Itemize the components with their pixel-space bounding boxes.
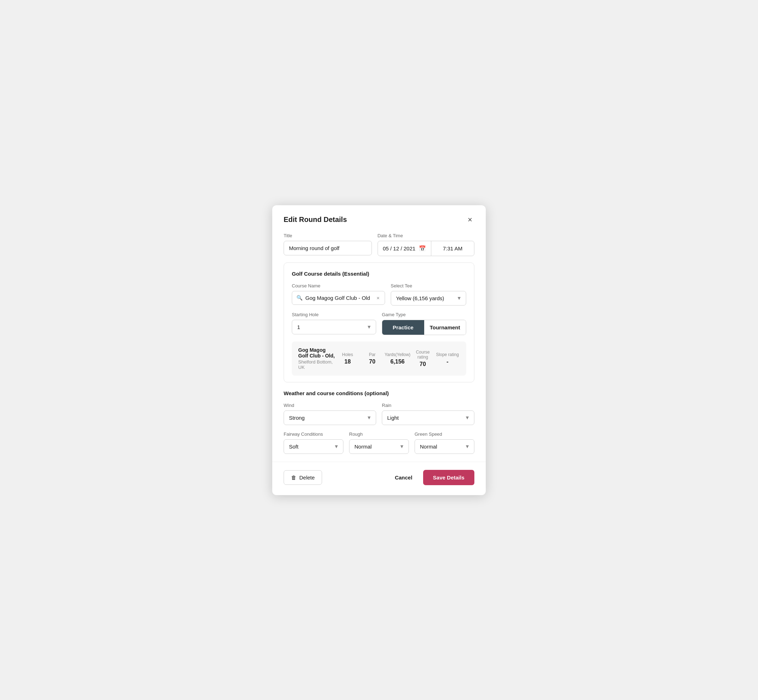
fairway-label: Fairway Conditions: [283, 431, 343, 437]
wind-select-wrap: Strong ▼: [283, 411, 376, 425]
rough-group: Rough Normal ▼: [349, 431, 409, 454]
date-time-row: 05 / 12 / 2021 📅 7:31 AM: [377, 241, 475, 256]
rain-group: Rain Light ▼: [382, 403, 475, 425]
course-info-name: Gog Magog Golf Club - Old, Shelford Bott…: [298, 347, 335, 370]
holes-stat: Holes 18: [335, 352, 360, 365]
starting-hole-group: Starting Hole 1 ▼: [292, 312, 376, 335]
select-tee-dropdown[interactable]: Yellow (6,156 yards): [391, 291, 466, 306]
green-speed-group: Green Speed Normal ▼: [415, 431, 475, 454]
green-speed-label: Green Speed: [415, 431, 475, 437]
wind-dropdown[interactable]: Strong: [283, 411, 376, 425]
weather-section: Weather and course conditions (optional)…: [283, 390, 475, 454]
search-icon: 🔍: [296, 295, 302, 300]
course-name-input-wrap[interactable]: 🔍 ×: [292, 291, 385, 305]
fairway-select-wrap: Soft ▼: [283, 439, 343, 454]
modal-title: Edit Round Details: [283, 216, 347, 224]
fairway-group: Fairway Conditions Soft ▼: [283, 431, 343, 454]
edit-round-modal: Edit Round Details × Title Date & Time 0…: [272, 205, 486, 495]
weather-section-title: Weather and course conditions (optional): [283, 390, 475, 396]
course-name-clear-button[interactable]: ×: [376, 295, 381, 301]
rain-select-wrap: Light ▼: [382, 411, 475, 425]
wind-group: Wind Strong ▼: [283, 403, 376, 425]
calendar-icon: 📅: [419, 245, 426, 252]
course-tee-row: Course Name 🔍 × Select Tee Yellow (6,156…: [292, 283, 466, 306]
title-input[interactable]: [283, 241, 372, 255]
hole-gametype-row: Starting Hole 1 ▼ Game Type Practice Tou…: [292, 312, 466, 335]
title-label: Title: [283, 233, 372, 238]
par-stat: Par 70: [360, 352, 384, 365]
date-display[interactable]: 05 / 12 / 2021 📅: [378, 241, 431, 256]
starting-hole-dropdown[interactable]: 1: [292, 320, 376, 334]
game-type-toggle: Practice Tournament: [382, 320, 466, 335]
delete-button[interactable]: 🗑 Delete: [283, 470, 322, 485]
trash-icon: 🗑: [291, 475, 296, 481]
select-tee-label: Select Tee: [391, 283, 466, 289]
time-display[interactable]: 7:31 AM: [431, 241, 474, 256]
golf-course-section: Golf Course details (Essential) Course N…: [283, 262, 475, 382]
course-name-group: Course Name 🔍 ×: [292, 283, 385, 306]
slope-rating-stat: Slope rating -: [435, 352, 460, 365]
select-tee-wrap: Yellow (6,156 yards) ▼: [391, 291, 466, 306]
tournament-toggle-button[interactable]: Tournament: [424, 320, 466, 335]
course-name-input[interactable]: [305, 295, 373, 301]
close-button[interactable]: ×: [465, 215, 475, 225]
yards-stat: Yards(Yellow) 6,156: [385, 352, 411, 365]
footer-row: 🗑 Delete Cancel Save Details: [283, 470, 475, 485]
conditions-row: Fairway Conditions Soft ▼ Rough Normal ▼: [283, 431, 475, 454]
golf-course-title: Golf Course details (Essential): [292, 271, 466, 277]
starting-hole-label: Starting Hole: [292, 312, 376, 317]
rain-dropdown[interactable]: Light: [382, 411, 475, 425]
course-rating-stat: Course rating 70: [410, 350, 435, 367]
green-speed-select-wrap: Normal ▼: [415, 439, 475, 454]
title-group: Title: [283, 233, 372, 256]
wind-rain-row: Wind Strong ▼ Rain Light ▼: [283, 403, 475, 425]
rough-select-wrap: Normal ▼: [349, 439, 409, 454]
rough-dropdown[interactable]: Normal: [349, 439, 409, 454]
datetime-label: Date & Time: [377, 233, 475, 238]
modal-header: Edit Round Details ×: [283, 215, 475, 225]
footer-right: Cancel Save Details: [390, 470, 475, 485]
footer-divider: [272, 462, 486, 462]
title-datetime-row: Title Date & Time 05 / 12 / 2021 📅 7:31 …: [283, 233, 475, 256]
rain-label: Rain: [382, 403, 475, 408]
datetime-group: Date & Time 05 / 12 / 2021 📅 7:31 AM: [377, 233, 475, 256]
starting-hole-wrap: 1 ▼: [292, 320, 376, 334]
fairway-dropdown[interactable]: Soft: [283, 439, 343, 454]
course-info-card: Gog Magog Golf Club - Old, Shelford Bott…: [292, 341, 466, 376]
green-speed-dropdown[interactable]: Normal: [415, 439, 475, 454]
game-type-label: Game Type: [382, 312, 466, 317]
rough-label: Rough: [349, 431, 409, 437]
cancel-button[interactable]: Cancel: [390, 470, 417, 484]
practice-toggle-button[interactable]: Practice: [382, 320, 424, 335]
save-button[interactable]: Save Details: [423, 470, 475, 485]
course-name-label: Course Name: [292, 283, 385, 289]
wind-label: Wind: [283, 403, 376, 408]
select-tee-group: Select Tee Yellow (6,156 yards) ▼: [391, 283, 466, 306]
game-type-group: Game Type Practice Tournament: [382, 312, 466, 335]
